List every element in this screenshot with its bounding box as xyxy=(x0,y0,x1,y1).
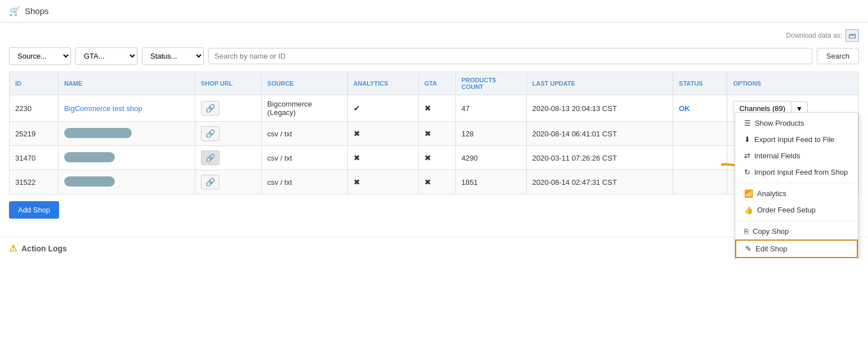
col-id: ID xyxy=(10,72,59,95)
page-header: 🛒 Shops xyxy=(0,0,868,23)
dropdown-divider-2 xyxy=(735,220,858,221)
row-analytics: ✖ xyxy=(347,146,418,170)
analytics-x: ✖ xyxy=(354,129,360,138)
order-feed-label: Order Feed Setup xyxy=(757,206,816,214)
table-row: 25219 🔗 csv / txt ✖ ✖ 128 2020-08-14 06:… xyxy=(10,122,859,146)
gta-filter[interactable]: GTA... xyxy=(75,47,137,65)
gta-x: ✖ xyxy=(424,153,431,162)
copy-shop-label: Copy Shop xyxy=(753,227,789,236)
shop-url-button[interactable]: 🔗 xyxy=(201,126,220,141)
row-last-update: 2020-03-11 07:26:26 CST xyxy=(526,146,673,170)
col-last-update: LAST UPDATE xyxy=(526,72,673,95)
row-products-count: 4290 xyxy=(455,146,526,170)
warning-icon: ⚠ xyxy=(9,243,17,254)
row-id: 31522 xyxy=(10,170,59,194)
row-name: BigCommerce test shop xyxy=(58,95,195,122)
internal-fields-label: Internal Fields xyxy=(754,152,800,160)
col-gta: GTA xyxy=(418,72,455,95)
dropdown-copy-shop[interactable]: ⎘ Copy Shop xyxy=(735,223,858,240)
row-shop-url: 🔗 xyxy=(195,146,261,170)
col-status: STATUS xyxy=(673,72,727,95)
row-id: 2230 xyxy=(10,95,59,122)
blurred-shop-name xyxy=(64,152,115,162)
analytics-check: ✔ xyxy=(354,104,360,113)
table-row: 2230 BigCommerce test shop 🔗 Bigcommerce… xyxy=(10,95,859,122)
row-name xyxy=(58,146,195,170)
shop-name-link[interactable]: BigCommerce test shop xyxy=(64,104,142,113)
dropdown-divider-1 xyxy=(735,183,858,183)
action-logs-label: Action Logs xyxy=(21,244,67,253)
shop-url-button[interactable]: 🔗 xyxy=(201,101,220,116)
analytics-label: Analytics xyxy=(757,189,786,198)
row-analytics: ✖ xyxy=(347,170,418,194)
col-products-count: PRODUCTSCOUNT xyxy=(455,72,526,95)
dropdown-order-feed[interactable]: 👍 Order Feed Setup xyxy=(735,202,858,218)
row-gta: ✖ xyxy=(418,95,455,122)
import-feed-icon: ↻ xyxy=(744,168,750,176)
row-id: 31470 xyxy=(10,146,59,170)
dropdown-export-feed[interactable]: ⬇ Export Input Feed to File xyxy=(735,131,858,148)
col-options: OPTIONS xyxy=(727,72,859,95)
gta-x: ✖ xyxy=(424,178,431,187)
analytics-x: ✖ xyxy=(354,153,360,162)
shop-url-button[interactable]: 🔗 xyxy=(201,150,220,165)
download-bar: Download data as: 🗃 xyxy=(9,29,859,42)
page-title: Shops xyxy=(25,6,49,16)
dropdown-delete-shop[interactable]: 🗑 Delete Shop xyxy=(735,258,858,259)
dropdown-show-products[interactable]: ☰ Show Products xyxy=(735,115,858,131)
download-icon-button[interactable]: 🗃 xyxy=(845,29,859,42)
row-products-count: 128 xyxy=(455,122,526,146)
table-row: 31522 🔗 csv / txt ✖ ✖ 1851 2020-08-14 02… xyxy=(10,170,859,194)
dropdown-analytics[interactable]: 📶 Analytics xyxy=(735,185,858,202)
dropdown-internal-fields[interactable]: ⇄ Internal Fields xyxy=(735,148,858,164)
row-status xyxy=(673,146,727,170)
row-status: OK xyxy=(673,95,727,122)
row-analytics: ✔ xyxy=(347,95,418,122)
internal-fields-icon: ⇄ xyxy=(744,152,750,160)
edit-shop-icon: ✎ xyxy=(745,245,751,253)
blurred-shop-name xyxy=(64,176,115,187)
blurred-shop-name xyxy=(64,128,132,138)
export-feed-label: Export Input Feed to File xyxy=(754,135,834,144)
analytics-icon: 📶 xyxy=(744,189,753,198)
row-source: csv / txt xyxy=(261,146,347,170)
row-gta: ✖ xyxy=(418,146,455,170)
add-shop-button[interactable]: Add Shop xyxy=(9,201,59,219)
gta-x: ✖ xyxy=(424,129,431,138)
row-gta: ✖ xyxy=(418,122,455,146)
row-id: 25219 xyxy=(10,122,59,146)
row-gta: ✖ xyxy=(418,170,455,194)
status-ok: OK xyxy=(679,104,690,113)
show-products-icon: ☰ xyxy=(744,119,751,127)
search-button[interactable]: Search xyxy=(817,48,859,64)
show-products-label: Show Products xyxy=(755,119,804,127)
row-name xyxy=(58,170,195,194)
search-input[interactable] xyxy=(208,48,812,64)
row-name xyxy=(58,122,195,146)
table-header-row: ID NAME SHOP URL SOURCE ANALYTICS GTA PR… xyxy=(10,72,859,95)
gta-x: ✖ xyxy=(424,104,431,113)
status-filter[interactable]: Status... xyxy=(142,47,204,65)
table-wrapper: ID NAME SHOP URL SOURCE ANALYTICS GTA PR… xyxy=(9,72,859,194)
table-row: 31470 🔗 csv / txt ✖ ✖ 4290 2020-03-11 07… xyxy=(10,146,859,170)
edit-shop-label: Edit Shop xyxy=(755,245,787,253)
row-status xyxy=(673,170,727,194)
row-source: csv / txt xyxy=(261,122,347,146)
row-source: csv / txt xyxy=(261,170,347,194)
import-feed-label: Import Input Feed from Shop xyxy=(754,168,848,176)
row-products-count: 47 xyxy=(455,95,526,122)
analytics-x: ✖ xyxy=(354,178,360,187)
row-last-update: 2020-08-14 06:41:01 CST xyxy=(526,122,673,146)
cart-icon: 🛒 xyxy=(9,6,20,16)
shop-url-button[interactable]: 🔗 xyxy=(201,175,220,189)
dropdown-edit-shop[interactable]: ✎ Edit Shop xyxy=(735,240,858,258)
row-products-count: 1851 xyxy=(455,170,526,194)
source-filter[interactable]: Source... xyxy=(9,47,71,65)
row-source: Bigcommerce(Legacy) xyxy=(261,95,347,122)
dropdown-import-feed[interactable]: ↻ Import Input Feed from Shop xyxy=(735,164,858,180)
shops-table: ID NAME SHOP URL SOURCE ANALYTICS GTA PR… xyxy=(9,72,859,194)
row-last-update: 2020-08-13 20:04:13 CST xyxy=(526,95,673,122)
copy-shop-icon: ⎘ xyxy=(744,227,749,236)
col-shop-url: SHOP URL xyxy=(195,72,261,95)
filter-bar: Source... GTA... Status... Search xyxy=(9,47,859,65)
